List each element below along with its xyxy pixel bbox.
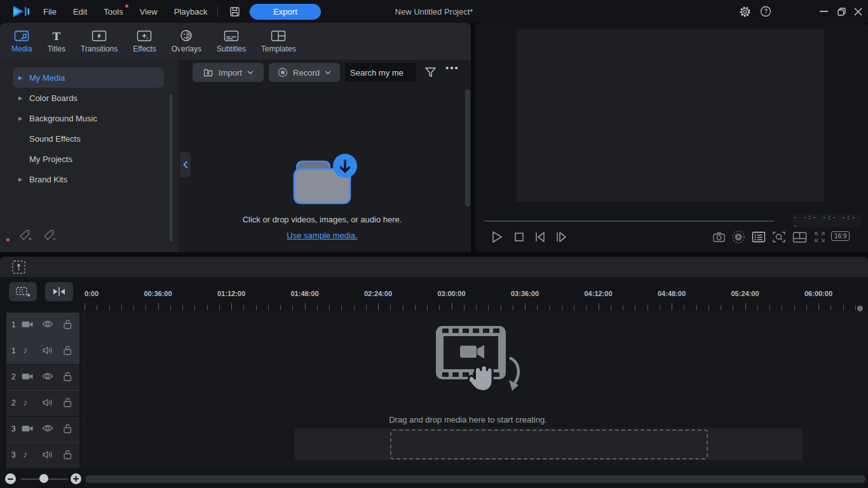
lock-track-icon[interactable] xyxy=(62,371,72,382)
filter-icon[interactable] xyxy=(423,65,438,80)
sidebar-item-brand-kits[interactable]: ▶ Brand Kits xyxy=(13,169,164,189)
import-button[interactable]: Import xyxy=(193,63,264,82)
next-frame-button[interactable] xyxy=(553,229,569,245)
media-dropzone[interactable]: Click or drop videos, images, or audio h… xyxy=(179,85,466,252)
expand-arrow-icon[interactable]: ▶ xyxy=(18,95,22,101)
settings-gear-icon[interactable] xyxy=(737,0,752,23)
tag-toolbar xyxy=(0,224,57,247)
marker-list-icon[interactable] xyxy=(751,229,766,245)
expand-arrow-icon[interactable]: ▶ xyxy=(18,116,22,121)
aspect-ratio-badge[interactable]: 16:9 xyxy=(831,231,850,241)
save-icon[interactable] xyxy=(227,4,242,19)
ruler-tick xyxy=(501,305,501,310)
sidebar-item-my-media[interactable]: ▶ My Media xyxy=(13,67,164,88)
render-preview-icon[interactable] xyxy=(731,229,746,245)
menu-tools[interactable]: Tools xyxy=(104,7,123,17)
ruler-tick xyxy=(194,305,195,310)
toggle-visibility-icon[interactable] xyxy=(42,372,53,381)
ruler-tick xyxy=(256,305,257,310)
import-label: Import xyxy=(219,68,242,78)
close-button[interactable] xyxy=(848,0,868,23)
ruler-tick xyxy=(745,303,746,310)
sidebar-item-color-boards[interactable]: ▶ Color Boards xyxy=(13,88,164,108)
tab-transitions[interactable]: Transitions xyxy=(76,27,123,56)
drop-target-outline xyxy=(390,430,708,459)
remove-tag-icon[interactable] xyxy=(42,228,57,243)
split-clip-button[interactable] xyxy=(45,282,73,301)
help-icon[interactable]: ? xyxy=(758,0,773,23)
track-number: 2 xyxy=(11,398,19,407)
ruler-label: 06:00:00 xyxy=(804,290,832,297)
menu-playback[interactable]: Playback xyxy=(174,7,208,17)
sidebar-item-my-projects[interactable]: My Projects xyxy=(13,149,164,169)
search-input[interactable] xyxy=(345,63,416,82)
preview-seekbar[interactable] xyxy=(484,220,774,222)
mute-audio-icon[interactable] xyxy=(42,398,53,407)
previous-frame-button[interactable] xyxy=(532,229,548,245)
tab-media[interactable]: Media xyxy=(6,27,37,56)
tab-overlays[interactable]: Overlays xyxy=(166,27,207,56)
import-folder-icon xyxy=(287,149,358,210)
collapse-sidebar-button[interactable] xyxy=(180,152,191,177)
ruler-tick xyxy=(280,305,281,310)
track-header-audio-3[interactable]: 3 ♪ xyxy=(6,443,79,468)
ruler-tick xyxy=(158,303,159,310)
toggle-visibility-icon[interactable] xyxy=(42,320,53,329)
ruler-tick xyxy=(648,305,648,310)
expand-arrow-icon[interactable]: ▶ xyxy=(18,177,22,182)
tab-subtitles[interactable]: Subtitles xyxy=(212,27,251,56)
fullscreen-icon[interactable] xyxy=(812,229,827,245)
timeline-settings-icon[interactable] xyxy=(11,260,26,274)
sidebar-item-background-music[interactable]: ▶ Background Music xyxy=(13,108,164,128)
media-scrollbar[interactable] xyxy=(465,89,470,207)
ruler-tick xyxy=(660,305,660,310)
timeline-horizontal-scrollbar[interactable] xyxy=(85,475,865,483)
stop-button[interactable] xyxy=(512,229,527,245)
tab-effects[interactable]: Effects xyxy=(128,27,161,56)
track-header-video-2[interactable]: 2 xyxy=(6,365,79,390)
ruler-tick xyxy=(818,303,819,310)
ruler-label: 03:36:00 xyxy=(511,290,539,297)
lock-track-icon[interactable] xyxy=(62,319,72,330)
audio-track-icon: ♪ xyxy=(23,396,28,407)
tab-templates[interactable]: Templates xyxy=(256,27,301,56)
ruler-label: 01:48:00 xyxy=(290,290,318,297)
title-bar: File Edit Tools View Playback Export New… xyxy=(0,0,868,23)
ruler-tick xyxy=(488,305,489,310)
lock-track-icon[interactable] xyxy=(62,345,72,356)
mute-audio-icon[interactable] xyxy=(42,346,53,355)
track-header-video-3[interactable]: 3 xyxy=(6,417,79,442)
menu-file[interactable]: File xyxy=(43,7,57,17)
lock-track-icon[interactable] xyxy=(62,449,72,460)
chevron-left-icon xyxy=(183,161,188,168)
play-button[interactable] xyxy=(489,229,505,245)
more-options-button[interactable]: ••• xyxy=(445,62,459,73)
sidebar-scrollbar[interactable] xyxy=(170,94,172,241)
split-screen-icon[interactable] xyxy=(792,229,807,245)
add-tag-icon[interactable] xyxy=(18,228,33,243)
toggle-visibility-icon[interactable] xyxy=(42,424,53,433)
record-button[interactable]: Record xyxy=(269,63,340,82)
track-header-video-1[interactable]: 1 xyxy=(6,313,79,338)
export-button[interactable]: Export xyxy=(250,4,321,20)
mute-audio-icon[interactable] xyxy=(42,450,53,459)
lock-track-icon[interactable] xyxy=(62,397,72,408)
track-header-audio-2[interactable]: 2 ♪ xyxy=(6,391,79,416)
ruler-label: 05:24:00 xyxy=(731,290,759,297)
snapshot-camera-icon[interactable] xyxy=(711,229,726,245)
track-header-audio-1[interactable]: 1 ♪ xyxy=(6,339,79,364)
lock-track-icon[interactable] xyxy=(62,423,72,434)
ruler-tick xyxy=(378,303,379,310)
sidebar-item-sound-effects[interactable]: Sound Effects xyxy=(13,128,164,149)
expand-arrow-icon[interactable]: ▶ xyxy=(18,75,22,81)
zoom-in-button[interactable] xyxy=(71,473,81,484)
zoom-out-button[interactable] xyxy=(5,473,16,484)
manage-tracks-button[interactable] xyxy=(9,282,37,301)
zoom-slider-thumb[interactable] xyxy=(39,474,48,483)
tab-titles[interactable]: T Titles xyxy=(43,27,71,56)
use-sample-media-link[interactable]: Use sample media. xyxy=(287,231,357,240)
zoom-level-icon[interactable] xyxy=(771,229,787,245)
menu-edit[interactable]: Edit xyxy=(73,7,87,17)
timeline-ruler[interactable]: 0:00 00:36:00 01:12:00 01:48:00 02:24:00… xyxy=(85,290,868,300)
menu-view[interactable]: View xyxy=(140,7,158,17)
